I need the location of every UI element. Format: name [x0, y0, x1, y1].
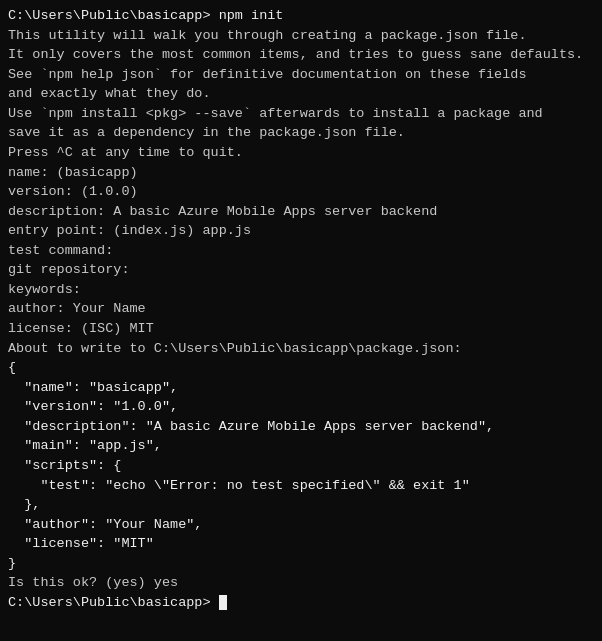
- terminal-line: name: (basicapp): [8, 163, 594, 183]
- terminal-line: {: [8, 358, 594, 378]
- terminal-line: Press ^C at any time to quit.: [8, 143, 594, 163]
- terminal-line: C:\Users\Public\basicapp>: [8, 593, 594, 613]
- terminal-line: "test": "echo \"Error: no test specified…: [8, 476, 594, 496]
- terminal-line: "name": "basicapp",: [8, 378, 594, 398]
- terminal-line: author: Your Name: [8, 299, 594, 319]
- terminal-window[interactable]: C:\Users\Public\basicapp> npm initThis u…: [0, 0, 602, 641]
- terminal-line: keywords:: [8, 280, 594, 300]
- terminal-line: "main": "app.js",: [8, 436, 594, 456]
- terminal-line: This utility will walk you through creat…: [8, 26, 594, 46]
- terminal-line: Use `npm install <pkg> --save` afterward…: [8, 104, 594, 124]
- terminal-line: description: A basic Azure Mobile Apps s…: [8, 202, 594, 222]
- terminal-line: See `npm help json` for definitive docum…: [8, 65, 594, 85]
- terminal-line: About to write to C:\Users\Public\basica…: [8, 339, 594, 359]
- terminal-output: C:\Users\Public\basicapp> npm initThis u…: [8, 6, 594, 612]
- terminal-line: "scripts": {: [8, 456, 594, 476]
- terminal-line: }: [8, 554, 594, 574]
- terminal-line: save it as a dependency in the package.j…: [8, 123, 594, 143]
- terminal-line: "description": "A basic Azure Mobile App…: [8, 417, 594, 437]
- terminal-line: },: [8, 495, 594, 515]
- terminal-line: "author": "Your Name",: [8, 515, 594, 535]
- terminal-line: version: (1.0.0): [8, 182, 594, 202]
- terminal-line: test command:: [8, 241, 594, 261]
- terminal-line: Is this ok? (yes) yes: [8, 573, 594, 593]
- terminal-line: C:\Users\Public\basicapp> npm init: [8, 6, 594, 26]
- terminal-line: and exactly what they do.: [8, 84, 594, 104]
- terminal-line: git repository:: [8, 260, 594, 280]
- terminal-line: It only covers the most common items, an…: [8, 45, 594, 65]
- terminal-line: entry point: (index.js) app.js: [8, 221, 594, 241]
- terminal-line: "license": "MIT": [8, 534, 594, 554]
- terminal-line: "version": "1.0.0",: [8, 397, 594, 417]
- terminal-line: license: (ISC) MIT: [8, 319, 594, 339]
- terminal-cursor: [219, 595, 227, 610]
